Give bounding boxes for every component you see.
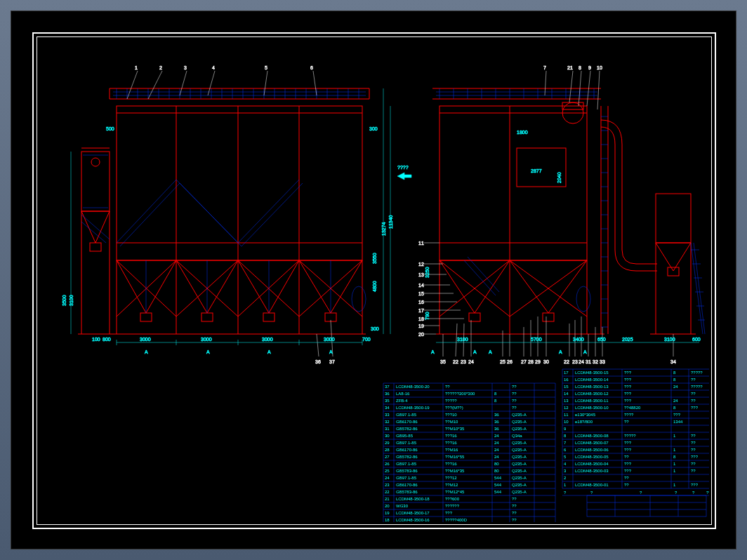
svg-text:Q34a: Q34a [512,434,522,438]
svg-text:e18?/800: e18?/800 [575,420,593,424]
svg-text:?????: ????? [691,385,703,389]
svg-text:??: ?? [512,392,517,396]
svg-text:24: 24 [385,476,390,480]
svg-text:Q235-A: Q235-A [512,469,527,473]
svg-text:??: ?? [691,462,696,466]
svg-text:e130*3045: e130*3045 [575,413,596,417]
svg-text:8: 8 [673,378,676,382]
svg-text:??: ?? [512,399,517,403]
svg-text:8: 8 [673,455,676,459]
svg-text:28: 28 [385,448,390,452]
svg-text:WG30: WG30 [396,504,409,508]
svg-text:22: 22 [385,490,390,494]
svg-text:LCDM48-3500-20: LCDM48-3500-20 [396,385,430,389]
svg-text:Q235-A: Q235-A [512,413,527,417]
svg-text:LCDM48-3500-15: LCDM48-3500-15 [575,371,609,375]
svg-text:?? ??: ?? ?? [706,491,709,495]
svg-text:?????: ????? [445,399,457,403]
svg-text:18: 18 [385,518,390,522]
svg-text:10: 10 [564,420,569,424]
svg-text:LCDM48-3500-07: LCDM48-3500-07 [575,441,609,445]
svg-text:??: ?? [512,518,517,522]
svg-text:8: 8 [564,434,567,438]
svg-text:?: ? [692,491,695,495]
svg-text:24: 24 [673,399,678,403]
svg-text:LA8-16: LA8-16 [396,392,410,396]
svg-text:32: 32 [385,420,390,424]
svg-text:??: ?? [512,511,517,515]
svg-text:LCDM48-3500-03: LCDM48-3500-03 [575,469,609,473]
svg-text:25: 25 [385,469,390,473]
svg-text:??: ?? [691,434,696,438]
svg-text:??: ?? [624,420,629,424]
svg-text:LCDM48-3500-14: LCDM48-3500-14 [575,378,609,382]
svg-text:LCDM48-3500-17: LCDM48-3500-17 [396,511,430,515]
svg-text:Q235-A: Q235-A [512,462,527,466]
svg-text:12: 12 [564,406,569,410]
svg-text:??: ?? [691,378,696,382]
svg-text:26: 26 [385,462,390,466]
svg-text:31: 31 [385,427,390,431]
svg-text:??M16*55: ??M16*55 [445,455,465,459]
svg-text:2: 2 [564,476,567,480]
svg-text:11: 11 [564,413,569,417]
svg-text:Q235-A: Q235-A [512,427,527,431]
svg-text:30: 30 [385,434,390,438]
svg-text:??: ?? [512,406,517,410]
svg-text:?: ? [675,491,677,495]
svg-text:37: 37 [385,385,390,389]
svg-text:?: ? [564,491,567,495]
svg-text:5: 5 [564,455,567,459]
svg-rect-422 [587,495,706,516]
svg-text:9: 9 [564,427,567,431]
svg-text:??M16: ??M16 [445,448,458,452]
svg-text:??M16*35: ??M16*35 [445,469,465,473]
svg-text:GB97.1-85: GB97.1-85 [396,441,417,445]
svg-text:17: 17 [564,371,569,375]
svg-text:?????400D: ?????400D [445,518,468,522]
svg-text:?????: ????? [624,434,636,438]
svg-text:GB95-85: GB95-85 [396,434,414,438]
svg-text:??M10*35: ??M10*35 [445,427,465,431]
svg-text:GB97.1-85: GB97.1-85 [396,476,417,480]
svg-text:??: ?? [624,476,629,480]
svg-text:1: 1 [673,434,676,438]
svg-text:???: ??? [673,413,681,417]
svg-text:GB6170-86: GB6170-86 [396,483,418,487]
svg-text:544: 544 [494,490,502,494]
svg-text:???: ??? [624,462,632,466]
svg-text:LCDM48-3500-06: LCDM48-3500-06 [575,448,609,452]
svg-text:Q235-A: Q235-A [512,455,527,459]
svg-text:GB6170-86: GB6170-86 [396,420,418,424]
svg-text:16: 16 [564,378,569,382]
svg-text:Q235-A: Q235-A [512,448,527,452]
svg-text:27: 27 [385,455,390,459]
svg-text:GB97.1-85: GB97.1-85 [396,462,417,466]
svg-text:544: 544 [494,476,502,480]
cad-viewport: 1 2 3 4 5 6 36 37 3000 3000 3000 [11,11,736,549]
svg-text:8: 8 [673,371,676,375]
svg-text:8: 8 [494,392,497,396]
svg-text:24: 24 [673,385,678,389]
svg-text:80: 80 [494,469,499,473]
drawing-canvas[interactable]: 1 2 3 4 5 6 36 37 3000 3000 3000 [39,39,709,522]
svg-text:???600: ???600 [445,497,460,501]
svg-text:?: ? [590,491,593,495]
svg-text:24: 24 [494,434,499,438]
svg-text:LCDM48-3500-04: LCDM48-3500-04 [575,462,609,466]
svg-text:???: ??? [445,511,453,515]
svg-text:???16: ???16 [445,462,457,466]
svg-text:???: ??? [624,378,632,382]
svg-text:??: ?? [691,448,696,452]
svg-text:???: ??? [624,469,632,473]
svg-text:??: ?? [624,483,629,487]
svg-text:?: ? [640,491,642,495]
svg-text:??: ?? [445,385,450,389]
svg-text:GB6170-86: GB6170-86 [396,448,418,452]
svg-text:???: ??? [624,385,632,389]
svg-text:?????: ????? [691,371,703,375]
svg-text:??M12: ??M12 [445,483,458,487]
svg-text:LCDM48-3500-01: LCDM48-3500-01 [575,483,609,487]
svg-text:???: ??? [624,392,632,396]
svg-text:7: 7 [564,441,567,445]
